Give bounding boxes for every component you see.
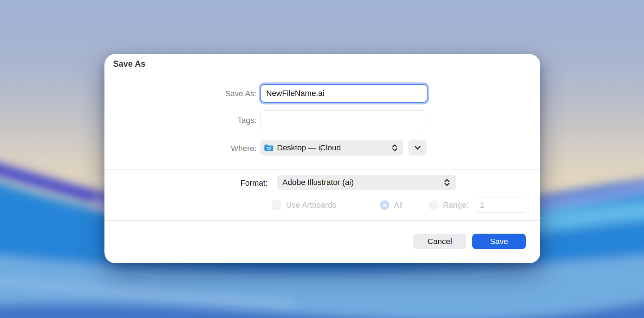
dialog-title: Save As bbox=[113, 59, 146, 69]
use-artboards-checkbox[interactable] bbox=[272, 200, 281, 210]
use-artboards-option: Use Artboards bbox=[272, 197, 336, 213]
tags-label: Tags: bbox=[104, 116, 256, 125]
updown-chevron-icon bbox=[442, 178, 452, 187]
range-input[interactable] bbox=[475, 198, 527, 213]
cancel-button[interactable]: Cancel bbox=[413, 234, 466, 249]
save-button[interactable]: Save bbox=[472, 234, 526, 249]
range-label: Range: bbox=[443, 200, 469, 210]
save-as-dialog: Save As Save As: Tags: Where: Desktop — … bbox=[104, 54, 540, 263]
where-value: Desktop — iCloud bbox=[277, 143, 341, 153]
divider bbox=[104, 169, 540, 170]
desktop-folder-icon bbox=[264, 143, 274, 152]
format-popup[interactable]: Adobe Illustrator (ai) bbox=[277, 175, 456, 190]
where-popup[interactable]: Desktop — iCloud bbox=[260, 140, 403, 155]
use-artboards-label: Use Artboards bbox=[286, 200, 336, 210]
format-value: Adobe Illustrator (ai) bbox=[282, 178, 354, 187]
desktop: Save As Save As: Tags: Where: Desktop — … bbox=[0, 0, 644, 318]
chevron-down-icon bbox=[413, 143, 422, 153]
range-option: Range: bbox=[429, 197, 527, 213]
expand-dialog-button[interactable] bbox=[408, 140, 426, 155]
where-label: Where: bbox=[104, 144, 256, 153]
range-radio[interactable] bbox=[429, 200, 438, 210]
divider bbox=[104, 220, 540, 221]
format-label: Format: bbox=[104, 178, 268, 188]
all-radio[interactable] bbox=[380, 200, 389, 210]
all-option: All bbox=[380, 197, 403, 213]
updown-chevron-icon bbox=[390, 143, 399, 153]
all-label: All bbox=[394, 200, 403, 210]
save-as-label: Save As: bbox=[104, 89, 256, 98]
tags-input[interactable] bbox=[260, 110, 425, 129]
filename-input[interactable] bbox=[260, 84, 428, 103]
